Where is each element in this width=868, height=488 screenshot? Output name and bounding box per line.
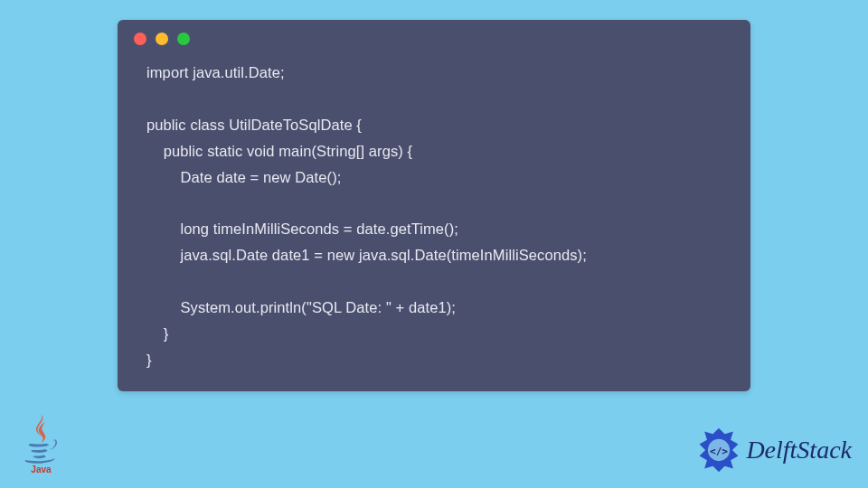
code-window: import java.util.Date; public class Util…	[118, 20, 750, 391]
maximize-icon[interactable]	[177, 33, 190, 45]
svg-text:</>: </>	[710, 446, 728, 457]
code-content: import java.util.Date; public class Util…	[118, 52, 750, 373]
java-logo-icon: Java	[16, 410, 66, 477]
delftstack-label: DelftStack	[746, 436, 852, 465]
close-icon[interactable]	[134, 33, 146, 45]
window-titlebar	[118, 20, 750, 52]
delftstack-badge-icon: </>	[693, 425, 744, 475]
minimize-icon[interactable]	[156, 33, 168, 45]
delftstack-logo: </> DelftStack	[693, 425, 852, 475]
svg-text:Java: Java	[31, 465, 52, 474]
